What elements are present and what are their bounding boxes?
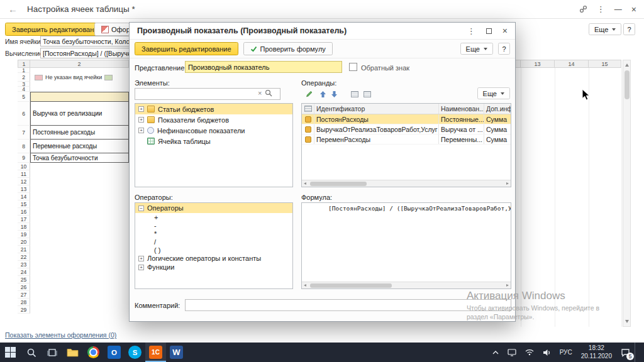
grid-row-number[interactable]: 9	[18, 153, 30, 163]
grid-cell[interactable]	[30, 261, 129, 268]
operator-item[interactable]: +	[135, 213, 292, 221]
grid-cell[interactable]: Не указан вид ячейки	[30, 73, 129, 82]
kebab-menu-icon[interactable]: ⋮	[597, 4, 605, 14]
list-view-button[interactable]	[348, 88, 360, 100]
operator-group[interactable]: +Логические операторы и константы	[135, 254, 292, 263]
scroll-right-icon[interactable]	[504, 282, 511, 289]
formula-text[interactable]: [ПостоянРасходы] / ([ВыручкаОтРеализаТов…	[302, 203, 511, 212]
grid-row-number[interactable]: 12	[18, 178, 30, 185]
check-formula-button[interactable]: Проверить формулу	[243, 42, 333, 55]
grid-row-number[interactable]: 24	[18, 268, 30, 276]
move-up-button[interactable]	[317, 88, 329, 100]
scroll-left-icon[interactable]	[302, 282, 309, 289]
grid-cell[interactable]	[30, 283, 129, 291]
format-button[interactable]: Оформ	[94, 23, 130, 36]
tray-volume-button[interactable]	[538, 343, 555, 362]
grid-row-number[interactable]: 19	[18, 231, 30, 238]
grid-cell[interactable]	[30, 200, 129, 208]
grid-row-number[interactable]: 23	[18, 261, 30, 268]
finish-editing-button[interactable]: Завершить редактирование	[5, 23, 109, 36]
link-icon[interactable]	[579, 5, 587, 13]
grid-cell[interactable]	[30, 82, 129, 87]
grid-row-number[interactable]: 28	[18, 299, 30, 306]
comment-input[interactable]	[185, 299, 511, 311]
grid-cell[interactable]	[30, 268, 129, 276]
hscrollbar-thumb[interactable]	[310, 283, 392, 288]
tree-item[interactable]: Ячейка таблицы	[135, 136, 292, 146]
expander-icon[interactable]: +	[138, 117, 144, 123]
grid-cell[interactable]	[30, 87, 129, 92]
grid-row-number[interactable]: 8	[18, 140, 30, 153]
grid-row-number[interactable]: 11	[18, 170, 30, 178]
tree-item[interactable]: +Нефинансовые показатели	[135, 125, 292, 136]
expander-icon[interactable]: +	[138, 128, 144, 133]
grid-row-number[interactable]: 1	[18, 68, 30, 73]
scroll-up-icon[interactable]	[625, 63, 629, 67]
taskbar-search-button[interactable]	[21, 343, 42, 362]
vertical-scrollbar[interactable]	[623, 60, 631, 327]
grid-cell[interactable]: Выручка от реализации	[30, 102, 129, 126]
column-info[interactable]: Доп.информаци	[484, 104, 511, 114]
col-header-2[interactable]: 2	[30, 60, 129, 68]
dialog-more-button[interactable]: Еще	[460, 43, 493, 55]
grid-row-number[interactable]: 13	[18, 185, 30, 193]
grid-cell[interactable]	[30, 185, 129, 193]
grid-cell[interactable]	[30, 306, 129, 314]
taskbar-1c-button[interactable]: 1С	[145, 343, 166, 362]
show-desktop-button[interactable]	[635, 343, 644, 362]
action-center-button[interactable]: 5	[616, 343, 635, 362]
minimize-icon[interactable]: —	[614, 5, 622, 14]
scroll-left-icon[interactable]	[302, 180, 309, 187]
grid-row-number[interactable]: 27	[18, 291, 30, 299]
invert-sign-checkbox[interactable]	[349, 63, 357, 71]
dialog-finish-editing-button[interactable]: Завершить редактирование	[135, 42, 238, 55]
grid-row-number[interactable]: 4	[18, 87, 30, 92]
back-arrow-icon[interactable]: ←	[8, 4, 18, 14]
operator-item[interactable]: -	[135, 221, 292, 229]
col-header-13[interactable]: 13	[521, 60, 555, 68]
tree-item[interactable]: +Показатели бюджетов	[135, 114, 292, 125]
grid-cell[interactable]	[30, 193, 129, 200]
grid-cell[interactable]: Постоянные расходы	[30, 126, 129, 140]
grid-row-number[interactable]: 5	[18, 92, 30, 102]
grid-cell[interactable]	[30, 253, 129, 261]
operator-item[interactable]: /	[135, 238, 292, 246]
grid-row-number[interactable]: 6	[18, 102, 30, 126]
operand-row[interactable]: ВыручкаОтРеализаТоваровРабот,УслугВыручк…	[302, 124, 511, 134]
expander-icon[interactable]: +	[138, 106, 144, 112]
dialog-maximize-icon[interactable]	[486, 28, 492, 34]
tray-display-button[interactable]	[503, 343, 521, 362]
dialog-help-button[interactable]: ?	[498, 43, 510, 55]
move-down-button[interactable]	[328, 88, 340, 100]
task-view-button[interactable]	[42, 343, 62, 362]
clear-search-icon[interactable]: ×	[258, 89, 262, 97]
operator-item[interactable]: *	[135, 229, 292, 238]
expander-icon[interactable]: −	[138, 206, 144, 211]
operators-root[interactable]: −Операторы	[135, 203, 292, 213]
operator-item[interactable]: ( )	[135, 246, 292, 254]
grid-cell[interactable]	[30, 178, 129, 185]
operator-group[interactable]: +Функции	[135, 263, 292, 272]
grid-cell[interactable]	[30, 223, 129, 231]
scroll-right-icon[interactable]	[504, 180, 511, 187]
dialog-kebab-menu-icon[interactable]: ⋮	[467, 26, 475, 36]
table-view-button[interactable]	[361, 88, 373, 100]
presentation-input[interactable]	[185, 61, 342, 73]
tray-chevron-button[interactable]	[488, 343, 503, 362]
grid-row-number[interactable]: 10	[18, 163, 30, 170]
scroll-down-icon[interactable]	[625, 320, 629, 323]
grid-cell[interactable]	[30, 246, 129, 253]
scrollbar-thumb[interactable]	[625, 70, 630, 99]
grid-cell[interactable]	[30, 170, 129, 178]
taskbar-word-button[interactable]: W	[166, 343, 187, 362]
operand-row[interactable]: ПеременРасходыПеременны...Сумма	[302, 134, 511, 145]
expander-icon[interactable]: +	[138, 265, 144, 270]
operands-hscrollbar[interactable]	[302, 180, 511, 187]
operands-more-button[interactable]: Еще	[477, 87, 510, 99]
grid-row-number[interactable]: 14	[18, 193, 30, 200]
grid-cell[interactable]	[30, 68, 129, 73]
taskbar-skype-button[interactable]: S	[125, 343, 145, 362]
grid-cell[interactable]	[30, 276, 129, 283]
grid-cell[interactable]	[30, 208, 129, 216]
tree-item[interactable]: +Статьи бюджетов	[135, 104, 292, 114]
